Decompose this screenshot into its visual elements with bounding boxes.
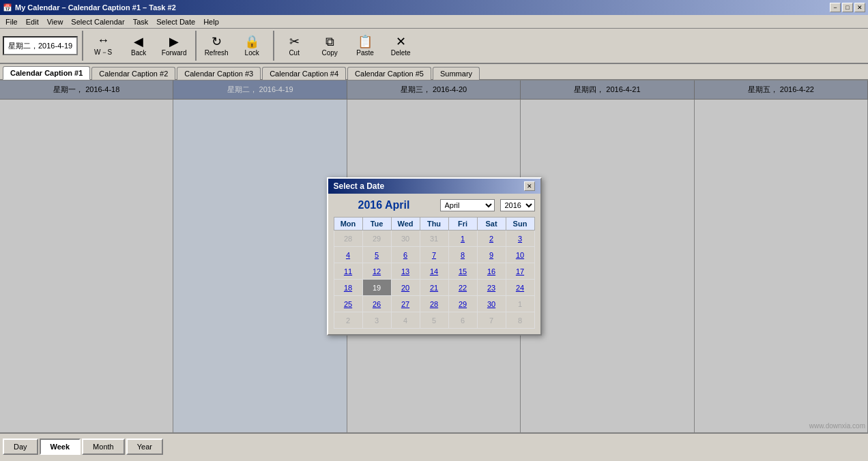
cal-day-2-4[interactable]: 15 — [448, 263, 477, 280]
cal-day-1-2[interactable]: 6 — [391, 247, 420, 263]
menu-item-select-date[interactable]: Select Date — [152, 16, 199, 27]
cal-day-0-4[interactable]: 1 — [448, 230, 477, 247]
cal-day-0-1[interactable]: 29 — [362, 230, 391, 247]
cal-day-2-2[interactable]: 13 — [391, 263, 420, 280]
calendar-table: MonTueWedThuFriSatSun 282930311234567891… — [334, 217, 535, 329]
cal-day-0-3[interactable]: 31 — [420, 230, 448, 247]
cal-day-4-4[interactable]: 29 — [448, 296, 477, 312]
cal-day-0-0[interactable]: 28 — [334, 230, 362, 247]
cal-day-3-1[interactable]: 19 — [362, 280, 391, 296]
tab-5[interactable]: Summary — [433, 67, 480, 80]
cal-day-4-2[interactable]: 27 — [391, 296, 420, 312]
cal-day-1-0[interactable]: 4 — [334, 247, 362, 263]
cal-day-4-6[interactable]: 1 — [506, 296, 534, 312]
cal-day-4-5[interactable]: 30 — [477, 296, 506, 312]
ws-button[interactable]: ↔ W－S — [86, 31, 120, 61]
menu-item-view[interactable]: View — [43, 16, 68, 27]
copy-icon: ⧉ — [326, 35, 334, 48]
cal-header-sun: Sun — [506, 218, 534, 230]
cut-label: Cut — [289, 49, 300, 57]
menu-item-edit[interactable]: Edit — [22, 16, 43, 27]
datepicker-dialog: Select a Date ✕ 2016 April JanuaryFebrua… — [327, 177, 542, 336]
cal-day-3-2[interactable]: 20 — [391, 280, 420, 296]
minimize-button[interactable]: − — [830, 3, 841, 12]
title-bar: 📅 My Calendar – Calendar Caption #1 – Ta… — [0, 0, 868, 15]
tab-4[interactable]: Calendar Caption #5 — [347, 67, 431, 80]
datepicker-nav: 2016 April JanuaryFebruaryMarchAprilMayJ… — [334, 199, 535, 211]
cut-icon: ✂ — [289, 35, 300, 48]
cut-button[interactable]: ✂ Cut — [277, 31, 311, 61]
bottom-btn-month[interactable]: Month — [82, 438, 125, 455]
tab-bar: Calendar Caption #1Calendar Caption #2Ca… — [0, 64, 868, 80]
cal-day-1-4[interactable]: 8 — [448, 247, 477, 263]
year-select[interactable]: 2010201120122013201420152016201720182019… — [500, 199, 535, 211]
cal-day-5-1[interactable]: 3 — [362, 312, 391, 329]
cal-day-5-0[interactable]: 2 — [334, 312, 362, 329]
cal-day-2-3[interactable]: 14 — [420, 263, 448, 280]
refresh-button[interactable]: ↻ Refresh — [199, 31, 233, 61]
datepicker-close-button[interactable]: ✕ — [524, 181, 535, 191]
cal-day-3-0[interactable]: 18 — [334, 280, 362, 296]
cal-day-1-3[interactable]: 7 — [420, 247, 448, 263]
menu-item-help[interactable]: Help — [199, 16, 223, 27]
nav-group: ↔ W－S ◀ Back ▶ Forward — [86, 31, 197, 61]
close-button[interactable]: ✕ — [854, 3, 865, 12]
bottom-btn-year[interactable]: Year — [126, 438, 163, 455]
copy-button[interactable]: ⧉ Copy — [313, 31, 347, 61]
cal-day-3-3[interactable]: 21 — [420, 280, 448, 296]
calendar-header-row: MonTueWedThuFriSatSun — [334, 218, 534, 230]
cal-day-2-0[interactable]: 11 — [334, 263, 362, 280]
modal-overlay: Select a Date ✕ 2016 April JanuaryFebrua… — [0, 80, 868, 432]
tab-0[interactable]: Calendar Caption #1 — [3, 66, 90, 80]
cal-day-1-1[interactable]: 5 — [362, 247, 391, 263]
forward-button[interactable]: ▶ Forward — [157, 31, 191, 61]
cal-week-1: 45678910 — [334, 247, 534, 263]
cal-day-0-2[interactable]: 30 — [391, 230, 420, 247]
cal-header-thu: Thu — [420, 218, 448, 230]
ws-icon: ↔ — [97, 34, 109, 46]
cal-day-4-0[interactable]: 25 — [334, 296, 362, 312]
datepicker-body: 2016 April JanuaryFebruaryMarchAprilMayJ… — [328, 194, 540, 334]
menu-item-select-calendar[interactable]: Select Calendar — [67, 16, 128, 27]
cal-week-3: 18192021222324 — [334, 280, 534, 296]
maximize-button[interactable]: □ — [842, 3, 853, 12]
cal-day-1-5[interactable]: 9 — [477, 247, 506, 263]
cal-day-3-6[interactable]: 24 — [506, 280, 534, 296]
bottom-btn-week[interactable]: Week — [40, 438, 81, 455]
paste-icon: 📋 — [358, 35, 373, 48]
cal-day-2-5[interactable]: 16 — [477, 263, 506, 280]
menu-item-task[interactable]: Task — [129, 16, 153, 27]
cal-week-5: 2345678 — [334, 312, 534, 329]
cal-day-4-1[interactable]: 26 — [362, 296, 391, 312]
delete-label: Delete — [391, 49, 411, 57]
lock-button[interactable]: 🔒 Lock — [235, 31, 269, 61]
cal-day-1-6[interactable]: 10 — [506, 247, 534, 263]
datepicker-title: Select a Date ✕ — [328, 179, 540, 194]
cal-day-5-4[interactable]: 6 — [448, 312, 477, 329]
cal-day-3-4[interactable]: 22 — [448, 280, 477, 296]
cal-day-2-6[interactable]: 17 — [506, 263, 534, 280]
paste-button[interactable]: 📋 Paste — [348, 31, 382, 61]
tab-2[interactable]: Calendar Caption #3 — [177, 67, 261, 80]
tab-1[interactable]: Calendar Caption #2 — [91, 67, 175, 80]
cal-header-sat: Sat — [477, 218, 506, 230]
cal-day-4-3[interactable]: 28 — [420, 296, 448, 312]
tab-3[interactable]: Calendar Caption #4 — [262, 67, 346, 80]
toolbar: 星期二，2016-4-19 ↔ W－S ◀ Back ▶ Forward ↻ R… — [0, 29, 868, 64]
cal-day-0-5[interactable]: 2 — [477, 230, 506, 247]
back-button[interactable]: ◀ Back — [121, 31, 156, 61]
cal-day-5-2[interactable]: 4 — [391, 312, 420, 329]
forward-label: Forward — [162, 49, 187, 57]
cal-day-5-6[interactable]: 8 — [506, 312, 534, 329]
cal-week-4: 2526272829301 — [334, 296, 534, 312]
delete-icon: ✕ — [396, 35, 406, 48]
bottom-btn-day[interactable]: Day — [3, 438, 38, 455]
cal-day-3-5[interactable]: 23 — [477, 280, 506, 296]
month-select[interactable]: JanuaryFebruaryMarchAprilMayJuneJulyAugu… — [440, 199, 495, 211]
cal-day-2-1[interactable]: 12 — [362, 263, 391, 280]
cal-day-0-6[interactable]: 3 — [506, 230, 534, 247]
menu-item-file[interactable]: File — [1, 16, 22, 27]
cal-day-5-3[interactable]: 5 — [420, 312, 448, 329]
cal-day-5-5[interactable]: 7 — [477, 312, 506, 329]
delete-button[interactable]: ✕ Delete — [384, 31, 418, 61]
